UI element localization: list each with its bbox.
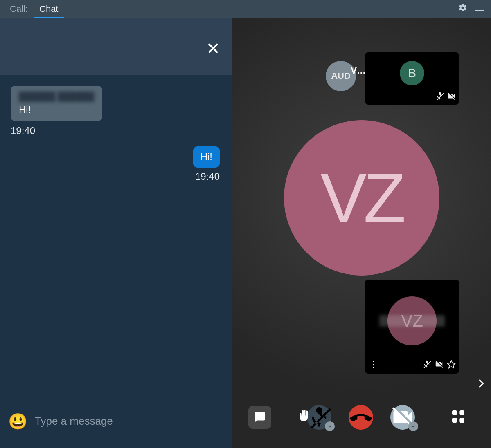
minimize-icon[interactable] — [475, 7, 487, 11]
next-page-icon[interactable] — [475, 378, 487, 391]
svg-rect-3 — [459, 418, 464, 423]
self-thumbnail[interactable]: VZ ⋮ — [365, 280, 459, 374]
svg-rect-1 — [459, 410, 464, 415]
raise-hand-icon[interactable] — [297, 409, 311, 425]
message-text: Hi! — [193, 146, 220, 168]
video-panel: VZ AUD V… B VZ ⋮ — [232, 18, 491, 448]
outgoing-message: Hi! 19:40 — [11, 146, 221, 182]
tab-chat[interactable]: Chat — [34, 0, 64, 18]
gear-icon[interactable] — [458, 3, 467, 15]
message-time: 19:40 — [11, 171, 220, 182]
camera-button[interactable] — [390, 405, 415, 430]
camera-off-icon — [447, 92, 456, 102]
svg-rect-0 — [452, 410, 457, 415]
more-icon[interactable]: ⋮ — [369, 359, 378, 370]
layout-grid-button[interactable] — [450, 408, 466, 426]
chevron-down-icon[interactable] — [325, 421, 335, 431]
main-participant-avatar: VZ — [284, 120, 439, 276]
self-name-redacted — [379, 315, 445, 327]
star-icon[interactable] — [447, 360, 456, 370]
chevron-down-icon[interactable] — [408, 421, 418, 431]
svg-rect-2 — [452, 418, 457, 423]
chat-panel: ██████ ██████ Hi! 19:40 Hi! 19:40 😃 — [0, 18, 232, 448]
mic-muted-icon — [422, 360, 431, 370]
message-input[interactable] — [35, 415, 224, 428]
camera-off-icon — [435, 360, 444, 370]
participant-label-v: V… — [351, 65, 366, 76]
avatar-initials: B — [400, 61, 424, 85]
message-text: Hi! — [19, 104, 94, 115]
mic-muted-icon — [435, 92, 444, 102]
chat-toggle-button[interactable] — [248, 406, 271, 429]
incoming-message: ██████ ██████ Hi! 19:40 — [11, 86, 221, 137]
top-tab-bar: Call: Chat — [0, 0, 491, 18]
emoji-icon[interactable]: 😃 — [8, 412, 27, 430]
mute-button[interactable] — [307, 405, 331, 430]
participant-thumbnail-b[interactable]: B — [365, 52, 459, 105]
avatar-initials: VZ — [320, 158, 403, 238]
close-icon[interactable] — [207, 42, 220, 56]
message-list: ██████ ██████ Hi! 19:40 Hi! 19:40 — [0, 75, 232, 394]
composer: 😃 — [0, 394, 232, 448]
end-call-button[interactable] — [349, 405, 373, 430]
call-controls — [232, 395, 491, 448]
tab-call[interactable]: Call: — [4, 0, 34, 18]
chat-header — [0, 18, 232, 75]
message-time: 19:40 — [11, 125, 221, 137]
sender-name-redacted: ██████ ██████ — [19, 92, 94, 101]
